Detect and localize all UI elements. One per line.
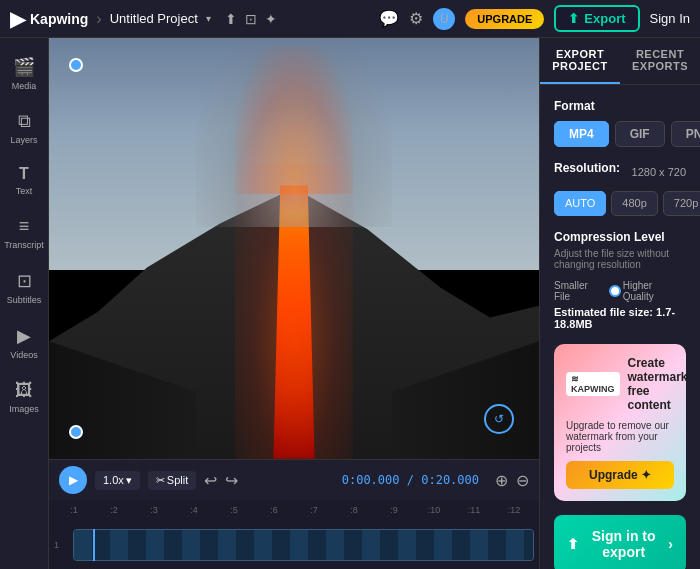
canvas-play-icon[interactable]: ↺	[484, 404, 514, 434]
format-section: Format MP4 GIF PNG MP3	[554, 99, 686, 147]
redo-button[interactable]: ↪	[225, 471, 238, 490]
resolution-label: Resolution:	[554, 161, 620, 175]
topbar: ▶ Kapwing › Untitled Project ▾ ⬆ ⊡ ✦ 💬 ⚙…	[0, 0, 700, 38]
format-mp4[interactable]: MP4	[554, 121, 609, 147]
timeline-controls: ▶ 1.0x ▾ ✂ Split ↩ ↪ 0:00.000 / 0:20.000…	[49, 460, 539, 500]
timeline: ▶ 1.0x ▾ ✂ Split ↩ ↪ 0:00.000 / 0:20.000…	[49, 459, 539, 569]
signin-export-chevron: ›	[668, 536, 673, 552]
tab-recent-exports[interactable]: RECENT EXPORTS	[620, 38, 700, 84]
format-label: Format	[554, 99, 686, 113]
handle-top-left[interactable]	[69, 58, 83, 72]
video-clip[interactable]	[73, 529, 534, 561]
settings-icon[interactable]: ✦	[265, 11, 277, 27]
sidebar-item-videos[interactable]: ▶ Videos	[0, 317, 48, 368]
timeline-track: 1	[49, 520, 539, 569]
watermark-card: ≋ KAPWING Create watermark-free content …	[554, 344, 686, 501]
sidebar: 🎬 Media ⧉ Layers T Text ≡ Transcript ⊡ S…	[0, 38, 49, 569]
compression-section: Compression Level Adjust the file size w…	[554, 230, 686, 330]
kapwing-logo: ≋ KAPWING	[566, 372, 620, 396]
tab-export-project[interactable]: EXPORT PROJECT	[540, 38, 620, 84]
project-chevron: ▾	[206, 13, 211, 24]
sidebar-item-layers[interactable]: ⧉ Layers	[0, 103, 48, 153]
play-button[interactable]: ▶	[59, 466, 87, 494]
format-gif[interactable]: GIF	[615, 121, 665, 147]
scissors-icon: ✂	[156, 474, 165, 487]
track-label: 1	[54, 540, 69, 550]
app-name: Kapwing	[30, 11, 88, 27]
sidebar-item-media[interactable]: 🎬 Media	[0, 48, 48, 99]
res-480p[interactable]: 480p	[611, 191, 657, 216]
panel-tabs: EXPORT PROJECT RECENT EXPORTS	[540, 38, 700, 85]
logo-icon: ▶	[10, 7, 25, 31]
signin-export-button[interactable]: ⬆ Sign in to export ›	[554, 515, 686, 569]
undo-button[interactable]: ↩	[204, 471, 217, 490]
volcano-scene: ↺	[49, 38, 539, 459]
sidebar-item-text[interactable]: T Text	[0, 157, 48, 204]
video-canvas: ↺	[49, 38, 539, 459]
signin-export-icon: ⬆	[567, 536, 579, 552]
upgrade-gold-button[interactable]: Upgrade ✦	[566, 461, 674, 489]
images-icon: 🖼	[15, 380, 33, 401]
upload-icon[interactable]: ⬆	[225, 11, 237, 27]
chat-icon[interactable]: 💬	[379, 9, 399, 28]
slider-thumb[interactable]	[609, 285, 621, 297]
sidebar-item-subtitles[interactable]: ⊡ Subtitles	[0, 262, 48, 313]
gear-icon[interactable]: ⚙	[409, 9, 423, 28]
upgrade-button[interactable]: UPGRADE	[465, 9, 544, 29]
file-size: Estimated file size: 1.7-18.8MB	[554, 306, 686, 330]
speed-chevron: ▾	[126, 474, 132, 487]
compression-desc: Adjust the file size without changing re…	[554, 248, 686, 270]
subtitles-icon: ⊡	[17, 270, 32, 292]
user-icon[interactable]: U	[433, 8, 455, 30]
monitor-icon[interactable]: ⊡	[245, 11, 257, 27]
export-button[interactable]: ⬆ Export	[554, 5, 639, 32]
media-icon: 🎬	[13, 56, 35, 78]
zoom-in-icon[interactable]: ⊕	[495, 471, 508, 490]
app-logo: ▶ Kapwing	[10, 7, 88, 31]
canvas-area: ↺ ▶ 1.0x ▾ ✂ Split ↩ ↪ 0:00.000 /	[49, 38, 539, 569]
export-icon: ⬆	[568, 11, 579, 26]
watermark-header: ≋ KAPWING Create watermark-free content	[566, 356, 674, 412]
timeline-ruler: :1 :2 :3 :4 :5 :6 :7 :8 :9 :10 :11 :12	[49, 500, 539, 520]
speed-button[interactable]: 1.0x ▾	[95, 471, 140, 490]
videos-icon: ▶	[17, 325, 31, 347]
resolution-section: Resolution: 1280 x 720 AUTO 480p 720p 10…	[554, 161, 686, 216]
res-auto[interactable]: AUTO	[554, 191, 606, 216]
layers-icon: ⧉	[18, 111, 31, 132]
format-group: MP4 GIF PNG MP3	[554, 121, 686, 147]
format-png[interactable]: PNG	[671, 121, 700, 147]
res-720p[interactable]: 720p	[663, 191, 700, 216]
sidebar-item-transcript[interactable]: ≡ Transcript	[0, 208, 48, 258]
transcript-icon: ≡	[19, 216, 30, 237]
zoom-out-icon[interactable]: ⊖	[516, 471, 529, 490]
time-display: 0:00.000 / 0:20.000	[342, 473, 479, 487]
main-layout: 🎬 Media ⧉ Layers T Text ≡ Transcript ⊡ S…	[0, 38, 700, 569]
project-name[interactable]: Untitled Project	[110, 11, 198, 26]
track-clips[interactable]	[73, 529, 534, 561]
split-button[interactable]: ✂ Split	[148, 471, 196, 490]
text-icon: T	[19, 165, 29, 183]
slider-max-label: Higher Quality	[623, 280, 686, 302]
handle-bottom-left[interactable]	[69, 425, 83, 439]
res-group: AUTO 480p 720p 1080p+ 4K✦	[554, 191, 686, 216]
breadcrumb-sep: ›	[96, 10, 101, 28]
panel-content: Format MP4 GIF PNG MP3 Resolution: 1280 …	[540, 85, 700, 569]
watermark-title: Create watermark-free content	[628, 356, 692, 412]
compression-label: Compression Level	[554, 230, 686, 244]
signin-button[interactable]: Sign In	[650, 11, 690, 26]
sidebar-item-images[interactable]: 🖼 Images	[0, 372, 48, 422]
watermark-desc: Upgrade to remove our watermark from you…	[566, 420, 674, 453]
slider-row: Smaller File Higher Quality	[554, 280, 686, 302]
right-panel: EXPORT PROJECT RECENT EXPORTS Format MP4…	[539, 38, 700, 569]
resolution-row: Resolution: 1280 x 720	[554, 161, 686, 183]
playhead[interactable]	[93, 529, 95, 561]
slider-min-label: Smaller File	[554, 280, 607, 302]
resolution-value: 1280 x 720	[632, 166, 686, 178]
